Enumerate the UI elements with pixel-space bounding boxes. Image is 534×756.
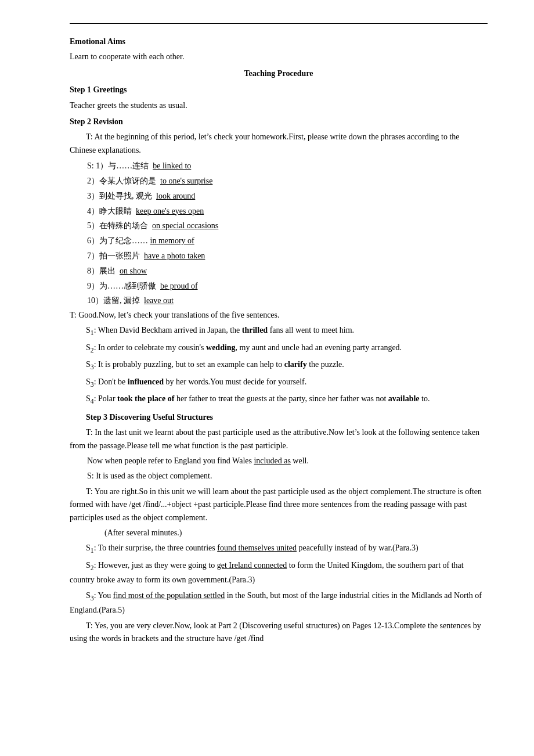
step3-section: Step 3 Discovering Useful Structures T: … — [70, 411, 488, 645]
step3-s2-sub: 2 — [91, 564, 94, 572]
sentence-s4: S4: Polar took the place of her father t… — [70, 393, 488, 407]
list-item-7: 7）拍一张照片 have a photo taken — [87, 249, 488, 263]
step2-heading: Step 2 Revision — [70, 116, 488, 128]
step3-s3: S3: You find most of the population sett… — [70, 589, 488, 617]
list-item-8: 8）展出 on show — [87, 264, 488, 278]
aside-minutes: (After several minutes.) — [104, 527, 488, 539]
emotional-aims-section: Emotional Aims Learn to cooperate with e… — [70, 35, 488, 64]
list-item-3: 3）到处寻找, 观光 look around — [87, 189, 488, 203]
s3a-bold-word: clarify — [284, 360, 307, 369]
s4-bold-word2: available — [388, 394, 420, 403]
s3b-bold-word: influenced — [128, 377, 164, 386]
check-intro: T: Good.Now, let’s check your translatio… — [70, 309, 488, 322]
phrase-list: S: 1）与……连结 be linked to 2）令某人惊讶的是 to one… — [87, 159, 488, 308]
step3-s3-sub: 3 — [91, 594, 94, 602]
step3-s1: S1: To their surprise, the three countri… — [70, 542, 488, 556]
student-response: S: It is used as the object complement. — [87, 470, 488, 483]
list-item-5: 5）在特殊的场合 on special occasions — [87, 219, 488, 233]
step3-example: Now when people refer to England you fin… — [87, 455, 488, 467]
s3b-subscript: 3 — [91, 381, 94, 388]
s2-bold-word: wedding — [206, 343, 236, 352]
top-divider — [70, 23, 488, 24]
emotional-aims-heading: Emotional Aims — [70, 35, 488, 48]
teacher-explanation: T: You are right.So in this unit we will… — [70, 485, 488, 524]
list-item-4: 4）睁大眼睛 keep one's eyes open — [87, 204, 488, 218]
step3-intro: T: In the last unit we learnt about the … — [70, 426, 488, 452]
step3-s3-underline: find most of the population settled — [113, 591, 225, 600]
emotional-aims-content: Learn to cooperate with each other. — [70, 51, 488, 63]
step3-s2-underline: get Ireland connected — [217, 561, 287, 570]
step2-intro: T: At the beginning of this period, let’… — [70, 131, 488, 157]
list-item-2: 2）令某人惊讶的是 to one's surprise — [87, 174, 488, 188]
list-item-10: 10）遗留, 漏掉 leave out — [87, 294, 488, 308]
example-underline: included as — [254, 456, 290, 465]
step3-s1-sub: 1 — [91, 547, 94, 555]
s3a-subscript: 3 — [91, 363, 94, 371]
step3-heading: Step 3 Discovering Useful Structures — [70, 411, 488, 424]
s1-subscript: 1 — [91, 329, 94, 337]
sentence-s3b: S3: Don't be influenced by her words.You… — [70, 376, 488, 390]
s4-subscript: 4 — [91, 398, 94, 405]
teaching-procedure-heading: Teaching Procedure — [70, 67, 488, 80]
step1-heading: Step 1 Greetings — [70, 84, 488, 96]
list-item-6: 6）为了纪念…… in memory of — [87, 234, 488, 248]
s2-subscript: 2 — [91, 347, 94, 354]
s1-bold-word: thrilled — [242, 326, 268, 334]
list-item-9: 9）为……感到骄傲 be proud of — [87, 279, 488, 293]
teacher-closing: T: Yes, you are very clever.Now, look at… — [70, 620, 488, 646]
s4-bold-phrase: took the place of — [117, 394, 174, 403]
sentence-s2: S2: In order to celebrate my cousin's we… — [70, 341, 488, 356]
step3-s1-underline: found themselves united — [217, 543, 297, 552]
sentence-s3a: S3: It is probably puzzling, but to set … — [70, 358, 488, 373]
list-item-1: S: 1）与……连结 be linked to — [87, 159, 488, 173]
step3-s2: S2: However, just as they were going to … — [70, 559, 488, 587]
step2-section: Step 2 Revision T: At the beginning of t… — [70, 116, 488, 408]
sentence-s1: S1: When David Beckham arrived in Japan,… — [70, 324, 488, 339]
step1-content: Teacher greets the students as usual. — [70, 99, 488, 112]
step1-section: Step 1 Greetings Teacher greets the stud… — [70, 84, 488, 112]
